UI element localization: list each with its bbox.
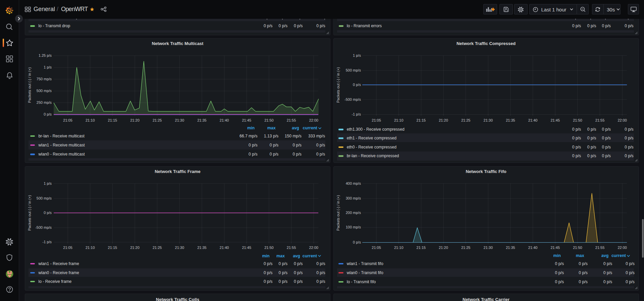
svg-text:300 mp/s: 300 mp/s [345,196,361,200]
svg-text:1 p/s: 1 p/s [353,53,361,57]
svg-text:1 p/s: 1 p/s [44,65,52,69]
svg-text:21:15: 21:15 [416,118,426,122]
svg-text:21:45: 21:45 [242,246,252,250]
svg-text:21:05: 21:05 [63,246,73,250]
svg-text:0 p/s: 0 p/s [353,83,361,87]
svg-text:21:35: 21:35 [198,246,207,250]
svg-text:250 mp/s: 250 mp/s [37,101,52,105]
svg-text:21:50: 21:50 [265,118,274,122]
svg-text:21:15: 21:15 [108,118,117,122]
svg-text:21:45: 21:45 [550,118,560,122]
svg-text:21:10: 21:10 [394,118,404,122]
svg-text:500 mp/s: 500 mp/s [345,69,361,73]
svg-text:21:40: 21:40 [220,246,229,250]
svg-text:21:05: 21:05 [63,118,73,122]
svg-text:Packets out (-) / in (+): Packets out (-) / in (+) [336,67,340,103]
svg-text:21:10: 21:10 [394,246,404,250]
svg-text:21:50: 21:50 [573,246,582,250]
svg-text:21:05: 21:05 [372,118,381,122]
svg-text:21:30: 21:30 [483,246,493,250]
svg-text:Packets out (-) / in (+): Packets out (-) / in (+) [28,195,32,230]
svg-text:200 mp/s: 200 mp/s [345,210,361,214]
svg-text:-500 mp/s: -500 mp/s [344,97,361,101]
svg-text:21:05: 21:05 [372,246,381,250]
svg-text:21:30: 21:30 [483,118,493,122]
svg-text:-1 p/s: -1 p/s [43,240,52,244]
svg-text:Packets out (-) / in (+): Packets out (-) / in (+) [28,68,32,103]
svg-text:21:25: 21:25 [461,246,471,250]
svg-text:21:55: 21:55 [287,246,296,250]
svg-text:21:30: 21:30 [175,118,184,122]
svg-text:21:40: 21:40 [528,246,537,250]
svg-text:21:40: 21:40 [220,118,229,122]
svg-text:21:20: 21:20 [439,118,448,122]
svg-text:100 mp/s: 100 mp/s [345,225,361,229]
svg-text:0 p/s: 0 p/s [44,113,52,117]
svg-text:22:00: 22:00 [309,246,319,250]
svg-text:21:20: 21:20 [439,246,448,250]
svg-text:21:55: 21:55 [595,246,604,250]
svg-text:21:15: 21:15 [108,246,117,250]
svg-text:500 mp/s: 500 mp/s [37,89,52,93]
svg-text:Packets out (-) / in (+): Packets out (-) / in (+) [336,195,340,230]
svg-text:0 p/s: 0 p/s [44,211,52,215]
svg-text:21:55: 21:55 [287,118,296,122]
svg-text:21:25: 21:25 [461,118,471,122]
svg-text:21:45: 21:45 [550,246,560,250]
svg-text:21:40: 21:40 [528,118,537,122]
svg-text:22:00: 22:00 [618,118,627,122]
svg-text:21:25: 21:25 [153,246,162,250]
svg-text:21:20: 21:20 [130,246,140,250]
svg-text:500 mp/s: 500 mp/s [37,196,52,200]
svg-text:21:50: 21:50 [265,246,274,250]
svg-text:750 mp/s: 750 mp/s [37,77,52,81]
svg-text:22:00: 22:00 [618,246,627,250]
svg-text:400 mp/s: 400 mp/s [345,181,361,185]
svg-text:21:15: 21:15 [416,246,426,250]
svg-text:21:10: 21:10 [86,118,95,122]
svg-text:-1 p/s: -1 p/s [352,112,361,116]
svg-text:1.25 p/s: 1.25 p/s [39,53,52,57]
svg-text:21:55: 21:55 [595,118,604,122]
svg-text:21:35: 21:35 [506,246,515,250]
svg-text:21:35: 21:35 [506,118,515,122]
svg-text:21:30: 21:30 [175,246,184,250]
svg-text:1 p/s: 1 p/s [44,181,52,185]
svg-text:21:35: 21:35 [198,118,207,122]
svg-text:-500 mp/s: -500 mp/s [36,225,52,229]
svg-text:21:25: 21:25 [153,118,162,122]
svg-text:22:00: 22:00 [309,118,319,122]
svg-text:21:50: 21:50 [573,118,582,122]
svg-text:0 p/s: 0 p/s [353,240,361,244]
svg-text:21:20: 21:20 [130,118,140,122]
svg-text:21:10: 21:10 [86,246,95,250]
svg-text:21:45: 21:45 [242,118,252,122]
